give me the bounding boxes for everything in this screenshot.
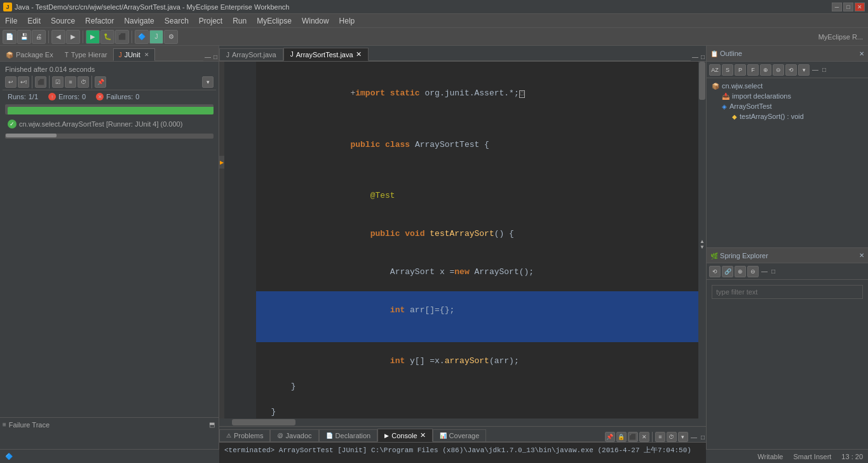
outline-minimize[interactable]: — (811, 66, 820, 74)
tab-coverage[interactable]: 📊 Coverage (433, 429, 487, 442)
menu-item-file[interactable]: File (0, 14, 22, 27)
console-remove-btn[interactable]: ✕ (639, 432, 649, 442)
menu-item-window[interactable]: Window (297, 14, 334, 27)
outline-item-method[interactable]: ◆ testArraySort() : void (729, 111, 865, 121)
junit-history-btn[interactable]: ⏱ (78, 76, 89, 88)
outline-section: 📋 Outline ✕ AZ S P F ⊕ ⊖ ⟲ ▾ — □ 📦 (707, 46, 868, 247)
toolbar-back-btn[interactable]: ◀ (51, 30, 65, 44)
bottom-minimize[interactable]: — (689, 433, 698, 441)
minimize-button[interactable]: ─ (832, 3, 842, 11)
tab-arraysort[interactable]: J ArraySort.java (219, 48, 283, 61)
outline-item-package[interactable]: 📦 cn.wjw.select (709, 81, 865, 91)
outline-maximize[interactable]: □ (821, 66, 827, 74)
toolbar-save-btn[interactable]: 💾 (17, 30, 31, 44)
editor-vscroll-thumb[interactable] (699, 62, 705, 100)
outline-sort-static-btn[interactable]: S (722, 64, 733, 76)
left-panel-minimize[interactable]: — (203, 53, 212, 61)
console-pin-btn[interactable]: 📌 (605, 432, 615, 442)
menu-item-run[interactable]: Run (227, 14, 252, 27)
outline-sync-btn[interactable]: ⟲ (785, 64, 797, 76)
failure-trace-btn[interactable]: ⬒ (208, 420, 216, 429)
tab-junit[interactable]: J JUnit ✕ (113, 48, 155, 61)
junit-stop-btn[interactable]: ⬛ (35, 76, 46, 88)
toolbar-run-btn[interactable]: ▶ (86, 30, 100, 44)
toolbar-stop-btn[interactable]: ⬛ (115, 30, 129, 44)
editor-minimize[interactable]: — (691, 53, 700, 61)
console-lock-btn[interactable]: 🔒 (616, 432, 627, 442)
tab-declaration[interactable]: 📄 Declaration (319, 429, 378, 442)
tab-arraysorttest[interactable]: J ArraySortTest.java ✕ (283, 48, 369, 61)
outline-collapse-btn[interactable]: ⊖ (773, 64, 784, 76)
junit-errors-item: ! Errors: 0 (48, 93, 86, 100)
arraysorttest-tab-close[interactable]: ✕ (356, 50, 362, 59)
runs-label: Runs: (8, 93, 26, 100)
outline-expand-btn[interactable]: ⊕ (760, 64, 771, 76)
junit-tab-close[interactable]: ✕ (144, 52, 149, 58)
tab-problems[interactable]: ⚠ Problems (219, 429, 270, 442)
junit-filter-btn[interactable]: ☑ (52, 76, 64, 88)
menu-item-refactor[interactable]: Refactor (80, 14, 119, 27)
outline-item-imports[interactable]: 📥 import declarations (719, 91, 865, 101)
menu-item-navigate[interactable]: Navigate (119, 14, 159, 27)
menu-item-myeclipse[interactable]: MyEclipse (252, 14, 297, 27)
outline-sort-alpha-btn[interactable]: AZ (709, 64, 721, 76)
outline-icon: 📋 (710, 50, 718, 57)
menu-item-project[interactable]: Project (194, 14, 227, 27)
close-button[interactable]: ✕ (855, 3, 865, 11)
vscroll-down-arrow[interactable]: ▼ (698, 244, 706, 250)
outline-hide-nonpublic-btn[interactable]: P (735, 64, 746, 76)
junit-layout-btn[interactable]: ≡ (65, 76, 76, 88)
toolbar-debug-btn[interactable]: 🐛 (100, 30, 114, 44)
outline-item-class[interactable]: ◈ ArraySortTest (719, 101, 865, 111)
test-item-arraysorttest[interactable]: ✓ cn.wjw.select.ArraySortTest [Runner: J… (5, 118, 214, 130)
code-line-import: +import static org.junit.Assert.*;□ (224, 74, 698, 113)
code-area[interactable]: +import static org.junit.Assert.*;□ (224, 62, 698, 418)
console-menu-btn[interactable]: ▾ (678, 432, 688, 442)
console-tab-close[interactable]: ✕ (420, 431, 426, 439)
spring-maximize[interactable]: □ (770, 267, 776, 275)
console-layout-btn[interactable]: ≡ (655, 432, 665, 442)
outline-hide-fields-btn[interactable]: F (747, 64, 759, 76)
code-editor[interactable]: ▶ +import static org.j (219, 62, 706, 418)
toolbar-forward-btn[interactable]: ▶ (66, 30, 80, 44)
menu-item-help[interactable]: Help (334, 14, 360, 27)
toolbar-extra-btn[interactable]: ⚙ (164, 30, 178, 44)
console-stop-btn[interactable]: ⬛ (628, 432, 638, 442)
tab-console[interactable]: ▶ Console ✕ (377, 429, 432, 442)
code-line-int-y: int y[] =x.arraySort(arr); (224, 342, 698, 380)
maximize-button[interactable]: □ (843, 3, 853, 11)
toolbar-new-btn[interactable]: 📄 (3, 30, 17, 44)
spring-link-btn[interactable]: 🔗 (722, 266, 733, 277)
toolbar-myeclipse-btn[interactable]: 🔷 (135, 30, 149, 44)
junit-pin-btn[interactable]: 📌 (95, 76, 106, 88)
outline-menu-btn[interactable]: ▾ (798, 64, 810, 76)
spring-collapse-btn[interactable]: ⊖ (747, 266, 759, 277)
menu-item-search[interactable]: Search (159, 14, 194, 27)
tab-javadoc[interactable]: @ Javadoc (270, 429, 318, 442)
tab-package-explorer[interactable]: 📦 Package Ex (0, 48, 59, 61)
console-output: <terminated> ArraySortTest [JUnit] C:\Pr… (219, 443, 706, 457)
junit-rerun-btn[interactable]: ↩ (5, 76, 17, 88)
menu-item-edit[interactable]: Edit (22, 14, 46, 27)
junit-rerun-failed-btn[interactable]: ↩! (18, 76, 29, 88)
toolbar-java-btn[interactable]: J (149, 30, 163, 44)
vscroll-up-arrow[interactable]: ▲ (698, 238, 706, 244)
spring-filter-input[interactable] (712, 285, 863, 299)
toolbar-edit-group: ◀ ▶ (51, 30, 80, 44)
console-history-btn[interactable]: ⏱ (667, 432, 677, 442)
editor-maximize[interactable]: □ (700, 53, 706, 61)
tab-type-hierarchy[interactable]: T Type Hierar (59, 48, 113, 61)
spring-refresh-btn[interactable]: ⟲ (709, 266, 721, 277)
spring-close-icon[interactable]: ✕ (859, 252, 864, 259)
spring-minimize[interactable]: — (760, 267, 769, 275)
package-ex-icon: 📦 (6, 52, 13, 59)
left-panel-maximize[interactable]: □ (212, 53, 219, 61)
spring-expand-btn[interactable]: ⊕ (735, 266, 746, 277)
bottom-maximize[interactable]: □ (700, 433, 706, 441)
menu-item-source[interactable]: Source (46, 14, 80, 27)
code-line-empty-2 (224, 113, 698, 126)
outline-close-icon[interactable]: ✕ (859, 50, 864, 57)
editor-vscrollbar[interactable]: ▲ ▼ (698, 62, 706, 418)
junit-chevron-btn[interactable]: ▾ (202, 76, 214, 88)
toolbar-print-btn[interactable]: 🖨 (32, 30, 46, 44)
